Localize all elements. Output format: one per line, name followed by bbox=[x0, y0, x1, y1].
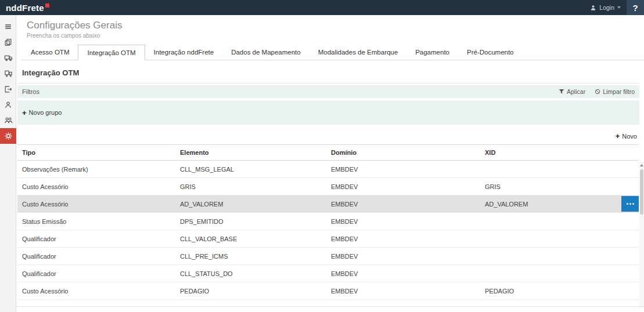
new-group-label: Novo grupo bbox=[29, 109, 62, 116]
funnel-icon bbox=[559, 89, 564, 95]
cell-dominio: EMBDEV bbox=[326, 166, 480, 173]
truck-icon[interactable] bbox=[0, 50, 16, 66]
scroll-up-arrow-icon[interactable] bbox=[639, 162, 644, 168]
section-divider bbox=[17, 83, 639, 84]
support-icon[interactable] bbox=[0, 97, 16, 113]
chevron-down-icon bbox=[617, 6, 621, 9]
tab-pagamento[interactable]: Pagamento bbox=[406, 45, 458, 60]
column-header-xid: XID bbox=[480, 149, 639, 156]
table-row[interactable]: Observações (Remark)CLL_MSG_LEGALEMBDEV bbox=[17, 161, 639, 178]
cell-elemento: AD_VALOREM bbox=[175, 201, 326, 208]
tab-modalidades-de-embarque[interactable]: Modalidades de Embarque bbox=[310, 45, 406, 60]
export-icon[interactable] bbox=[0, 81, 16, 97]
cell-tipo: Qualificador bbox=[17, 253, 175, 260]
table-row[interactable]: QualificadorCLL_PRE_ICMSEMBDEV bbox=[17, 248, 639, 265]
brand-logo[interactable]: nddFrete bbox=[6, 3, 49, 13]
scrollbar-thumb[interactable] bbox=[640, 169, 643, 215]
circle-slash-icon bbox=[595, 89, 600, 95]
cell-elemento: CLL_STATUS_DO bbox=[175, 270, 326, 277]
main-content: Configurações Gerais Preencha os campos … bbox=[16, 15, 644, 312]
cell-elemento: CLL_VALOR_BASE bbox=[175, 235, 326, 242]
bottom-divider bbox=[16, 306, 644, 307]
cell-tipo: Qualificador bbox=[17, 235, 175, 242]
cell-tipo: Custo Acessório bbox=[17, 201, 175, 208]
cell-tipo: Observações (Remark) bbox=[17, 166, 175, 173]
table-row[interactable]: QualificadorCLL_STATUS_DOEMBDEV bbox=[17, 265, 639, 282]
tab-pre-documento[interactable]: Pré-Documento bbox=[458, 45, 523, 60]
documents-icon[interactable] bbox=[0, 34, 16, 50]
apply-filter-button[interactable]: Aplicar bbox=[559, 88, 585, 95]
cell-dominio: EMBDEV bbox=[326, 218, 480, 225]
cell-dominio: EMBDEV bbox=[326, 235, 480, 242]
column-header-dominio: Domínio bbox=[326, 149, 480, 156]
cell-elemento: CLL_MSG_LEGAL bbox=[175, 166, 326, 173]
sidebar bbox=[0, 15, 16, 312]
table-row[interactable]: Custo AcessórioGRISEMBDEVGRIS bbox=[17, 178, 639, 195]
table-row[interactable]: QualificadorCLL_VALOR_BASEEMBDEV bbox=[17, 230, 639, 248]
vertical-scrollbar[interactable] bbox=[639, 161, 644, 308]
row-actions-button[interactable] bbox=[621, 196, 639, 212]
cell-tipo: Qualificador bbox=[17, 270, 175, 277]
column-header-tipo: Tipo bbox=[17, 149, 175, 156]
clear-filter-button[interactable]: Limpar filtro bbox=[595, 88, 635, 95]
cell-elemento: CLL_PRE_ICMS bbox=[175, 253, 326, 260]
cell-xid: AD_VALOREM bbox=[480, 201, 639, 208]
table-row[interactable]: Status EmissãoDPS_EMITIDOEMBDEV bbox=[17, 213, 639, 230]
fleet-icon[interactable] bbox=[0, 66, 16, 81]
tab-dados-de-mapeamento[interactable]: Dados de Mapeamento bbox=[222, 45, 310, 60]
page-subtitle: Preencha os campos abaixo bbox=[27, 32, 644, 39]
section-title: Integração OTM bbox=[22, 68, 639, 77]
cell-dominio: EMBDEV bbox=[326, 270, 480, 277]
tab-bar: Acesso OTM Integração OTM Integração ndd… bbox=[21, 45, 644, 60]
filter-group-area: + Novo grupo bbox=[17, 100, 639, 125]
cell-dominio: EMBDEV bbox=[326, 288, 480, 295]
settings-icon[interactable] bbox=[0, 128, 16, 144]
login-label: Login bbox=[599, 4, 614, 11]
column-header-elemento: Elemento bbox=[175, 149, 326, 156]
cell-dominio: EMBDEV bbox=[326, 201, 480, 208]
page-title: Configurações Gerais bbox=[27, 20, 644, 31]
plus-icon: + bbox=[616, 132, 620, 140]
table-row[interactable]: Custo AcessórioAD_VALOREMEMBDEVAD_VALORE… bbox=[17, 195, 639, 213]
filters-bar: Filtros Aplicar Limpar filtro bbox=[17, 85, 639, 98]
new-record-button[interactable]: + Novo bbox=[616, 132, 637, 140]
clear-filter-label: Limpar filtro bbox=[603, 88, 635, 95]
apply-filter-label: Aplicar bbox=[567, 88, 585, 95]
login-menu[interactable]: Login bbox=[584, 4, 627, 11]
help-button[interactable]: ? bbox=[627, 0, 644, 15]
table-body: Observações (Remark)CLL_MSG_LEGALEMBDEVC… bbox=[17, 161, 639, 300]
cell-tipo: Custo Acessório bbox=[17, 288, 175, 295]
cell-tipo: Status Emissão bbox=[17, 218, 175, 225]
new-record-label: Novo bbox=[622, 133, 637, 140]
table-header: Tipo Elemento Domínio XID bbox=[17, 144, 639, 161]
tab-integracao-nddfrete[interactable]: Integração nddFrete bbox=[145, 45, 223, 60]
brand-red-square-icon bbox=[45, 3, 49, 8]
table-row[interactable]: Custo AcessórioPEDAGIOEMBDEVPEDAGIO bbox=[17, 282, 639, 300]
cell-xid: GRIS bbox=[480, 183, 639, 190]
topbar: nddFrete Login ? bbox=[0, 0, 644, 15]
cell-elemento: DPS_EMITIDO bbox=[175, 218, 326, 225]
cell-tipo: Custo Acessório bbox=[17, 183, 175, 190]
plus-icon: + bbox=[22, 109, 27, 117]
data-table: Tipo Elemento Domínio XID Observações (R… bbox=[17, 144, 644, 300]
filters-title: Filtros bbox=[22, 88, 39, 95]
cell-elemento: PEDAGIO bbox=[175, 288, 326, 295]
new-group-button[interactable]: + Novo grupo bbox=[22, 109, 62, 117]
cell-dominio: EMBDEV bbox=[326, 183, 480, 190]
tab-acesso-otm[interactable]: Acesso OTM bbox=[22, 45, 78, 60]
cell-dominio: EMBDEV bbox=[326, 253, 480, 260]
cell-xid: PEDAGIO bbox=[480, 288, 639, 295]
menu-icon[interactable] bbox=[0, 19, 16, 34]
tab-integracao-otm[interactable]: Integração OTM bbox=[78, 45, 145, 60]
user-icon bbox=[590, 5, 596, 11]
users-icon[interactable] bbox=[0, 113, 16, 128]
brand-text: nddFrete bbox=[6, 3, 44, 13]
cell-elemento: GRIS bbox=[175, 183, 326, 190]
